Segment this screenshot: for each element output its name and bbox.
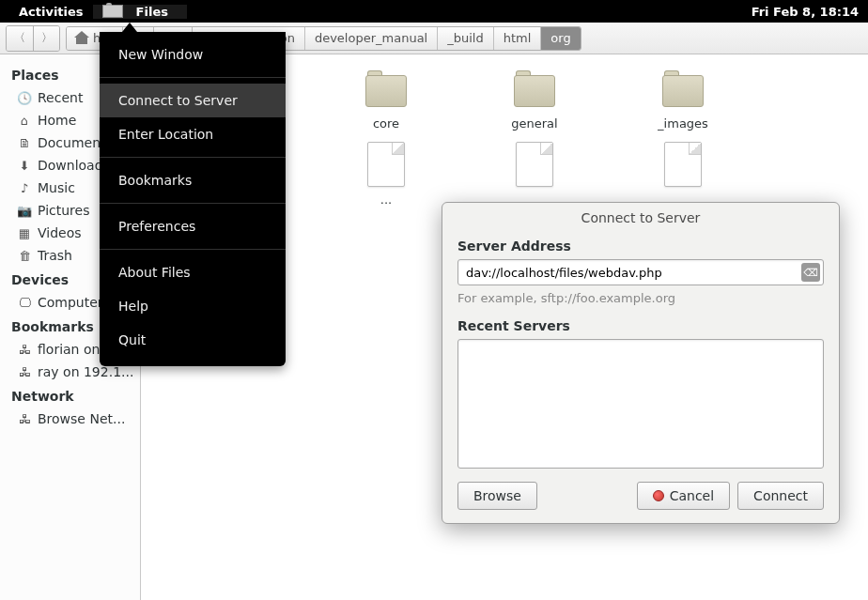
breadcrumb-seg[interactable]: html (494, 27, 542, 50)
app-menu-dropdown: New Window Connect to Server Enter Locat… (100, 32, 286, 366)
forward-button[interactable]: 〉 (33, 26, 59, 51)
downloads-icon: ⬇ (17, 158, 32, 173)
app-menu-button[interactable]: Files (93, 5, 187, 19)
server-address-label: Server Address (457, 238, 824, 254)
connect-button[interactable]: Connect (737, 482, 824, 510)
menu-bookmarks[interactable]: Bookmarks (100, 163, 286, 197)
home-icon: ⌂ (17, 113, 32, 128)
breadcrumb-seg-current[interactable]: org (541, 27, 580, 50)
top-bar: Activities Files Fri Feb 8, 18:14 (0, 0, 868, 23)
file-icon (367, 142, 405, 187)
network-header: Network (0, 383, 140, 408)
network-icon: 🖧 (17, 411, 32, 426)
menu-help[interactable]: Help (100, 289, 286, 323)
breadcrumb-seg[interactable]: developer_manual (305, 27, 438, 50)
music-icon: ♪ (17, 180, 32, 195)
home-icon (76, 33, 89, 44)
file-item[interactable]: ... (464, 142, 605, 207)
sidebar-item-browse-network[interactable]: 🖧Browse Net... (0, 408, 140, 430)
menu-about[interactable]: About Files (100, 255, 286, 289)
folder-item[interactable]: general (464, 73, 605, 131)
computer-icon: 🖵 (17, 295, 32, 310)
activities-button[interactable]: Activities (9, 5, 93, 19)
recent-servers-list[interactable] (457, 339, 824, 469)
network-icon: 🖧 (17, 364, 32, 379)
menu-preferences[interactable]: Preferences (100, 209, 286, 243)
file-icon (516, 142, 553, 187)
browse-button[interactable]: Browse (457, 482, 537, 510)
address-hint: For example, sftp://foo.example.org (457, 291, 824, 305)
nav-buttons: 〈 〉 (6, 25, 60, 52)
network-icon: 🖧 (17, 342, 32, 357)
folder-icon (364, 73, 409, 111)
folder-item[interactable]: core (316, 73, 457, 131)
server-address-input[interactable] (457, 259, 824, 285)
folder-icon (512, 73, 557, 111)
menu-separator (100, 77, 286, 78)
app-menu-label: Files (127, 5, 178, 19)
file-item[interactable]: ... (612, 142, 753, 207)
documents-icon: 🗎 (17, 135, 32, 150)
pictures-icon: 📷 (17, 203, 32, 218)
cancel-icon (653, 490, 664, 501)
file-item[interactable]: ... (316, 142, 457, 207)
trash-icon: 🗑 (17, 248, 32, 263)
menu-separator (100, 157, 286, 158)
connect-to-server-dialog: Connect to Server Server Address ⌫ For e… (442, 202, 840, 524)
recent-servers-label: Recent Servers (457, 318, 824, 333)
videos-icon: ▦ (17, 225, 32, 240)
folder-icon (660, 73, 705, 111)
menu-quit[interactable]: Quit (100, 323, 286, 357)
recent-icon: 🕓 (17, 90, 32, 105)
clear-input-icon[interactable]: ⌫ (801, 263, 820, 282)
folder-item[interactable]: _images (612, 73, 753, 131)
files-app-icon (102, 5, 123, 18)
menu-enter-location[interactable]: Enter Location (100, 117, 286, 151)
menu-separator (100, 203, 286, 204)
menu-new-window[interactable]: New Window (100, 38, 286, 71)
back-button[interactable]: 〈 (7, 26, 33, 51)
menu-connect-to-server[interactable]: Connect to Server (100, 84, 286, 117)
menu-arrow-icon (122, 23, 137, 32)
menu-separator (100, 249, 286, 250)
dialog-title: Connect to Server (442, 203, 839, 231)
breadcrumb-seg[interactable]: _build (438, 27, 493, 50)
file-icon (664, 142, 702, 187)
clock[interactable]: Fri Feb 8, 18:14 (752, 5, 859, 19)
cancel-button[interactable]: Cancel (637, 482, 730, 510)
